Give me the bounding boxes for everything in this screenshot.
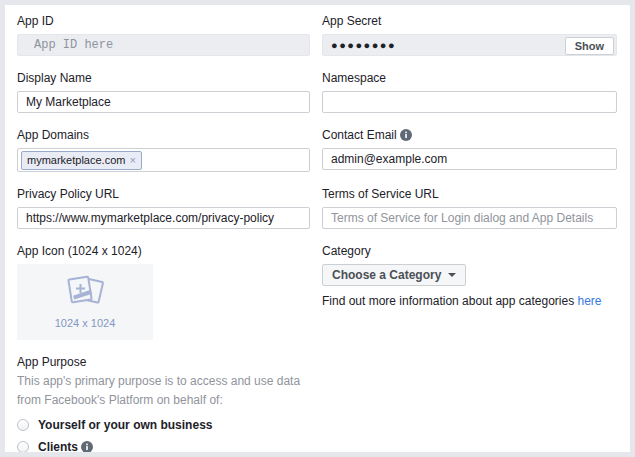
purpose-option-clients[interactable]: Clients <box>17 440 323 454</box>
namespace-label: Namespace <box>322 71 617 86</box>
radio-clients-label-text: Clients <box>38 440 78 454</box>
remove-token-icon[interactable]: × <box>129 153 135 168</box>
app-icon-group: App Icon (1024 x 1024) 1024 x 1024 <box>17 244 310 340</box>
namespace-input[interactable] <box>322 91 617 113</box>
purpose-option-yourself[interactable]: Yourself or your own business <box>17 418 323 432</box>
terms-of-service-group: Terms of Service URL <box>322 187 617 229</box>
app-icon-label: App Icon (1024 x 1024) <box>17 244 310 259</box>
app-id-group: App ID App ID here <box>17 14 310 56</box>
app-purpose-description: This app's primary purpose is to access … <box>17 372 323 410</box>
category-help-text: Find out more information about app cate… <box>322 293 617 309</box>
display-name-input[interactable] <box>17 91 310 113</box>
category-label: Category <box>322 244 617 259</box>
display-name-group: Display Name <box>17 71 310 113</box>
app-secret-field: ●●●●●●●● Show <box>322 34 617 56</box>
app-icon-dimensions-text: 1024 x 1024 <box>55 317 116 329</box>
privacy-policy-group: Privacy Policy URL <box>17 187 310 229</box>
app-domain-token: mymarketplace.com × <box>21 151 142 170</box>
caret-down-icon <box>448 273 456 277</box>
contact-email-label: Contact Email <box>322 128 617 143</box>
contact-email-group: Contact Email <box>322 128 617 172</box>
app-icon-upload-area[interactable]: 1024 x 1024 <box>17 264 153 340</box>
app-id-field: App ID here <box>17 34 310 56</box>
add-photo-icon <box>62 275 108 313</box>
privacy-policy-input[interactable] <box>17 207 310 229</box>
left-column-bottom: App Icon (1024 x 1024) 1024 x 1024 App P… <box>17 244 310 457</box>
radio-clients[interactable] <box>17 441 29 453</box>
contact-email-label-text: Contact Email <box>322 128 397 142</box>
radio-clients-label: Clients <box>38 440 93 454</box>
contact-email-input[interactable] <box>322 148 617 170</box>
settings-basic-panel: App ID App ID here App Secret ●●●●●●●● S… <box>0 0 635 457</box>
app-domain-token-text: mymarketplace.com <box>27 153 125 168</box>
app-purpose-label: App Purpose <box>17 355 323 370</box>
radio-yourself-label: Yourself or your own business <box>38 418 212 432</box>
app-secret-label: App Secret <box>322 14 617 29</box>
display-name-label: Display Name <box>17 71 310 86</box>
info-icon[interactable] <box>400 129 412 141</box>
category-dropdown-label: Choose a Category <box>332 268 441 282</box>
category-group: Category Choose a Category Find out more… <box>322 244 617 457</box>
terms-of-service-input[interactable] <box>322 207 617 229</box>
radio-yourself[interactable] <box>17 419 29 431</box>
terms-of-service-label: Terms of Service URL <box>322 187 617 202</box>
app-domains-group: App Domains mymarketplace.com × <box>17 128 310 172</box>
app-domains-input[interactable]: mymarketplace.com × <box>17 148 310 172</box>
app-purpose-section: App Purpose This app's primary purpose i… <box>17 355 323 457</box>
app-domains-label: App Domains <box>17 128 310 143</box>
app-id-label: App ID <box>17 14 310 29</box>
privacy-policy-label: Privacy Policy URL <box>17 187 310 202</box>
app-secret-group: App Secret ●●●●●●●● Show <box>322 14 617 56</box>
category-dropdown[interactable]: Choose a Category <box>322 264 466 286</box>
app-id-placeholder: App ID here <box>18 38 113 52</box>
app-secret-masked-value: ●●●●●●●● <box>323 34 396 56</box>
info-icon[interactable] <box>81 441 93 453</box>
namespace-group: Namespace <box>322 71 617 113</box>
category-help-text-body: Find out more information about app cate… <box>322 294 577 308</box>
category-help-link[interactable]: here <box>577 294 601 308</box>
show-app-secret-button[interactable]: Show <box>565 37 614 55</box>
